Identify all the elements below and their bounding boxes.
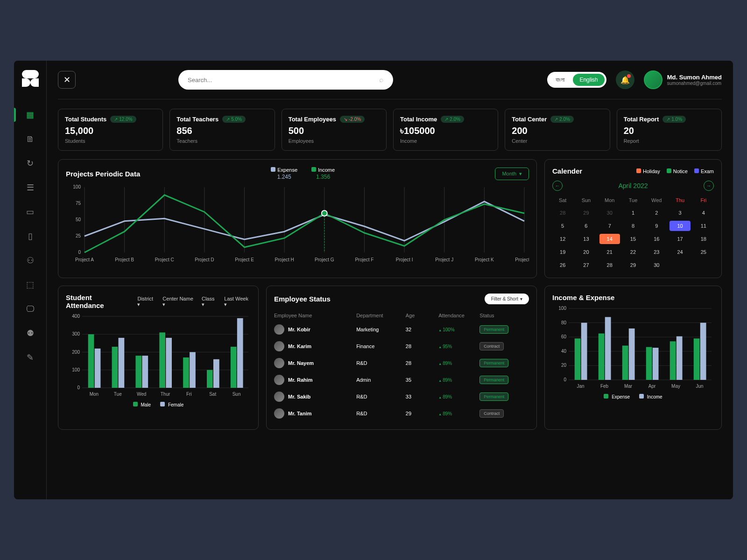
cal-day[interactable]: 24 xyxy=(669,247,690,257)
period-dropdown[interactable]: Month▾ xyxy=(495,168,529,180)
cal-day[interactable]: 22 xyxy=(623,247,643,257)
cal-month: April 2022 xyxy=(618,182,648,189)
emp-name: Mr. Tanim xyxy=(274,408,356,419)
svg-rect-82 xyxy=(629,329,635,380)
cal-day[interactable]: 10 xyxy=(669,221,690,231)
cal-day[interactable]: 21 xyxy=(599,247,620,257)
cal-day[interactable]: 29 xyxy=(623,260,643,270)
language-toggle: বাংলা English xyxy=(547,72,606,88)
cal-day[interactable]: 11 xyxy=(693,221,714,231)
cal-day[interactable]: 1 xyxy=(623,208,643,218)
lang-bn-button[interactable]: বাংলা xyxy=(549,74,571,86)
chevron-down-icon: ▾ xyxy=(137,301,140,307)
cal-day[interactable]: 28 xyxy=(599,260,620,270)
stat-value: 856 xyxy=(176,126,268,136)
cal-day[interactable]: 19 xyxy=(552,247,573,257)
cal-day[interactable]: 14 xyxy=(599,234,620,244)
lang-en-button[interactable]: English xyxy=(573,74,604,86)
employee-table: Employee NameDepartmentAgeAttendanceStat… xyxy=(274,310,529,422)
cal-day[interactable]: 2 xyxy=(646,208,667,218)
search-input[interactable] xyxy=(188,77,379,84)
svg-rect-49 xyxy=(142,356,148,388)
search-field[interactable]: ⌕ xyxy=(178,70,393,90)
nav-user[interactable]: ⚇ xyxy=(21,251,40,270)
cal-day[interactable]: 3 xyxy=(669,208,690,218)
nav-card[interactable]: ▭ xyxy=(21,203,40,221)
svg-text:Fri: Fri xyxy=(186,392,192,397)
nav-edit[interactable]: ✎ xyxy=(21,348,40,367)
cal-next-button[interactable]: → xyxy=(704,181,714,191)
stat-card: Total Employees ↘-2.0% 500 Employees xyxy=(282,109,387,151)
nav-refresh[interactable]: ↻ xyxy=(21,154,40,173)
cal-day[interactable]: 26 xyxy=(552,260,573,270)
svg-rect-81 xyxy=(622,346,628,380)
nav-users[interactable]: ⚉ xyxy=(21,324,40,343)
cal-day[interactable]: 8 xyxy=(623,221,643,231)
cal-day[interactable]: 23 xyxy=(646,247,667,257)
cal-day[interactable]: 29 xyxy=(576,208,596,218)
monitor-icon: 🖵 xyxy=(26,304,35,314)
trend-icon: ↗ xyxy=(114,117,118,122)
svg-text:Jun: Jun xyxy=(696,384,703,389)
attendance-filter[interactable]: Last Week ▾ xyxy=(224,296,251,308)
cal-day[interactable]: 17 xyxy=(669,234,690,244)
periodic-chart: 0255075100Project AProject BProject CPro… xyxy=(66,185,529,264)
cal-day[interactable]: 28 xyxy=(552,208,573,218)
nav-dashboard[interactable]: ▦ xyxy=(21,105,40,124)
emp-attendance: 89% xyxy=(438,361,479,366)
svg-text:100: 100 xyxy=(558,306,566,311)
refresh-icon: ↻ xyxy=(27,158,34,168)
svg-rect-84 xyxy=(646,347,652,380)
cal-day[interactable]: 27 xyxy=(576,260,596,270)
attendance-filter[interactable]: District ▾ xyxy=(137,296,156,308)
cal-day[interactable]: 20 xyxy=(576,247,596,257)
filter-button[interactable]: Filter & Short▾ xyxy=(485,294,529,304)
legend-item: Income1.356 xyxy=(311,167,335,180)
cal-day[interactable]: 30 xyxy=(646,260,667,270)
cal-prev-button[interactable]: ← xyxy=(552,181,563,191)
nav-chart[interactable]: ⬚ xyxy=(21,275,40,294)
close-button[interactable]: ✕ xyxy=(58,71,76,89)
user-menu[interactable]: Md. Sumon Ahmed sumonahmed@gmail.com xyxy=(644,70,722,89)
emp-attendance: 100% xyxy=(438,327,479,332)
emp-name: Mr. Nayem xyxy=(274,358,356,368)
cal-day[interactable]: 15 xyxy=(623,234,643,244)
cal-day[interactable]: 16 xyxy=(646,234,667,244)
cal-day[interactable]: 6 xyxy=(576,221,596,231)
cal-day[interactable]: 30 xyxy=(599,208,620,218)
cal-day[interactable]: 9 xyxy=(646,221,667,231)
stat-value: 200 xyxy=(512,126,603,136)
emp-age: 35 xyxy=(406,377,438,383)
user-email: sumonahmed@gmail.com xyxy=(667,81,722,86)
nav-team[interactable]: ▯ xyxy=(21,227,40,245)
stat-value: 15,000 xyxy=(65,126,156,136)
stat-delta-badge: ↘-2.0% xyxy=(340,116,365,123)
nav-monitor[interactable]: 🖵 xyxy=(21,300,40,318)
cal-day[interactable]: 4 xyxy=(693,208,714,218)
cal-day[interactable]: 25 xyxy=(693,247,714,257)
svg-rect-76 xyxy=(581,323,587,380)
svg-text:100: 100 xyxy=(72,367,80,372)
attendance-filter[interactable]: Center Name ▾ xyxy=(162,296,195,308)
cal-day[interactable]: 5 xyxy=(552,221,573,231)
nav-list[interactable]: ☰ xyxy=(21,178,40,197)
notifications-button[interactable]: 🔔 xyxy=(616,70,634,89)
svg-rect-79 xyxy=(605,317,611,380)
cal-day[interactable]: 12 xyxy=(552,234,573,244)
stat-card: Total Report ↗1.0% 20 Report xyxy=(617,109,722,151)
stat-card: Total Students ↗12.0% 15,000 Students xyxy=(58,109,163,151)
emp-dept: R&D xyxy=(356,411,406,416)
cal-day[interactable]: 13 xyxy=(576,234,596,244)
avatar xyxy=(274,408,284,419)
svg-text:100: 100 xyxy=(73,185,81,189)
chevron-down-icon: ▾ xyxy=(202,301,204,307)
cal-day[interactable]: 7 xyxy=(599,221,620,231)
legend-item: Female xyxy=(160,402,183,407)
status-badge: Contract xyxy=(479,409,504,418)
nav-document[interactable]: 🗎 xyxy=(21,130,40,148)
svg-text:80: 80 xyxy=(561,320,567,325)
emp-dept: R&D xyxy=(356,394,406,399)
cal-day[interactable]: 18 xyxy=(693,234,714,244)
svg-text:Project B: Project B xyxy=(115,257,134,262)
attendance-filter[interactable]: Class ▾ xyxy=(202,296,218,308)
